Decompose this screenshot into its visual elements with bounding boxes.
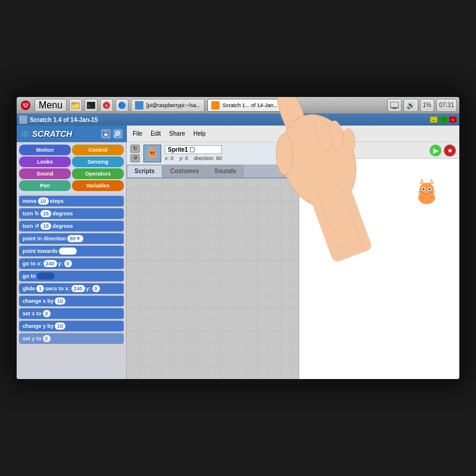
close-button[interactable]: × bbox=[449, 116, 457, 123]
svg-point-45 bbox=[422, 188, 425, 190]
rotate-btn1[interactable]: ↻ bbox=[130, 145, 140, 153]
scratch-titlebar: Scratch 1.4 of 14-Jan-15 – □ × bbox=[17, 114, 459, 126]
lock-icon bbox=[190, 147, 195, 152]
svg-marker-25 bbox=[153, 147, 155, 150]
block-point-towards[interactable]: point towards bbox=[19, 246, 124, 256]
sprite-thumbnail bbox=[143, 145, 161, 162]
display-icon-btn[interactable] bbox=[387, 99, 402, 112]
stage-ctrl-zoom-fit[interactable] bbox=[303, 145, 315, 156]
scratch-icon2[interactable] bbox=[113, 129, 123, 139]
scratch-icon1[interactable]: 💾 bbox=[101, 129, 111, 139]
battery-display: 1% bbox=[420, 99, 434, 112]
sprite-coords-display: x: 0 y: 0 drection: 90 bbox=[165, 155, 222, 161]
stage-ctrl-zoom-out[interactable] bbox=[317, 145, 329, 156]
window2-label: Scratch 1... of 14-Jan... bbox=[223, 102, 278, 108]
svg-marker-24 bbox=[149, 147, 152, 150]
taskbar-icon1[interactable]: ✕ bbox=[100, 99, 113, 112]
svg-text:✕: ✕ bbox=[105, 104, 108, 108]
svg-text:🌐: 🌐 bbox=[120, 102, 126, 108]
minimize-button[interactable]: – bbox=[430, 116, 438, 123]
taskbar-icon2[interactable]: 🌐 bbox=[115, 99, 129, 112]
maximize-button[interactable]: □ bbox=[439, 116, 447, 123]
tab-costumes[interactable]: Costumes bbox=[162, 165, 206, 177]
scratch-logo-text: SCRATCH bbox=[32, 129, 72, 139]
window2-button[interactable]: Scratch 1... of 14-Jan... bbox=[207, 99, 282, 112]
svg-point-20 bbox=[117, 133, 118, 134]
menu-file[interactable]: File bbox=[129, 129, 146, 139]
block-glide[interactable]: glide 1 secs to x: 240 y: 0 bbox=[19, 283, 124, 294]
svg-text:>_: >_ bbox=[88, 104, 93, 108]
scratch-tabs: Scripts Costumes Sounds bbox=[127, 165, 299, 178]
cat-looks[interactable]: Looks bbox=[19, 156, 71, 167]
scratch-blocks-area: move 10 steps turn ↻ 15 degrees turn ↺ 1… bbox=[17, 193, 126, 379]
menu-help[interactable]: Help bbox=[190, 129, 209, 139]
cat-motion[interactable]: Motion bbox=[19, 145, 71, 155]
stop-button[interactable]: ■ bbox=[444, 145, 456, 156]
svg-rect-28 bbox=[305, 148, 308, 150]
window1-button[interactable]: [pi@raspberrypi:~/sa... bbox=[131, 99, 205, 112]
svg-point-26 bbox=[151, 151, 152, 153]
block-move[interactable]: move 10 steps bbox=[19, 196, 124, 206]
block-set-x[interactable]: set x to 0 bbox=[19, 308, 124, 319]
block-goto-xy[interactable]: go to x: 240 y: 0 bbox=[19, 258, 124, 269]
cat-control[interactable]: Control bbox=[72, 145, 124, 155]
block-turn-cw[interactable]: turn ↻ 15 degrees bbox=[19, 208, 124, 219]
svg-point-46 bbox=[428, 188, 431, 190]
cat-operators[interactable]: Operators bbox=[72, 168, 124, 179]
svg-rect-13 bbox=[393, 108, 396, 109]
scratch-titlebar-icon bbox=[19, 115, 27, 124]
scratch-menubar: File Edit Share Help bbox=[127, 129, 212, 139]
block-turn-ccw[interactable]: turn ↺ 15 degrees bbox=[19, 221, 124, 231]
scratch-cat-sprite bbox=[412, 177, 441, 206]
tab-scripts[interactable]: Scripts bbox=[127, 165, 162, 177]
stage-area[interactable] bbox=[299, 159, 459, 379]
scratch-middle-panel: ↻ ↺ bbox=[127, 142, 299, 379]
monitor-screen: Menu >_ ✕ bbox=[17, 97, 459, 379]
rotate-btn2[interactable]: ↺ bbox=[130, 154, 140, 162]
svg-rect-31 bbox=[309, 151, 312, 154]
block-point-direction[interactable]: point in direction 90▼ bbox=[19, 233, 124, 244]
script-area[interactable] bbox=[127, 178, 299, 379]
taskbar: Menu >_ ✕ bbox=[17, 97, 459, 114]
svg-rect-29 bbox=[309, 148, 312, 150]
svg-rect-5 bbox=[71, 103, 75, 104]
menu-edit[interactable]: Edit bbox=[147, 129, 164, 139]
sprite-rotation-btns: ↻ ↺ bbox=[130, 145, 140, 162]
menu-label: Menu bbox=[39, 100, 62, 111]
scratch-window: Scratch 1.4 of 14-Jan-15 – □ × bbox=[17, 114, 459, 379]
scratch-logo-area: SCRATCH 💾 bbox=[17, 126, 127, 142]
scratch-categories: Motion Control Looks Sensing Sound Opera… bbox=[17, 142, 126, 193]
block-goto[interactable]: go to bbox=[19, 271, 124, 281]
block-change-y[interactable]: change y by 10 bbox=[19, 321, 124, 331]
menu-button[interactable]: Menu bbox=[35, 99, 67, 112]
svg-rect-30 bbox=[305, 151, 308, 154]
terminal-button[interactable]: >_ bbox=[84, 99, 98, 112]
scratch-window-title: Scratch 1.4 of 14-Jan-15 bbox=[30, 117, 98, 123]
volume-icon-btn[interactable]: 🔊 bbox=[403, 99, 418, 112]
svg-point-3 bbox=[27, 103, 29, 105]
block-partial[interactable]: set y to 0 bbox=[19, 333, 124, 344]
scratch-left-panel: Motion Control Looks Sensing Sound Opera… bbox=[17, 142, 127, 379]
cat-pen[interactable]: Pen bbox=[19, 180, 71, 191]
clock-display: 07:31 bbox=[436, 99, 457, 112]
scratch-right-panel: ▶ ■ bbox=[299, 142, 459, 379]
svg-rect-12 bbox=[390, 102, 399, 108]
block-change-x[interactable]: change x by 10 bbox=[19, 296, 124, 306]
window1-label: [pi@raspberrypi:~/sa... bbox=[146, 102, 201, 108]
cat-variables[interactable]: Variables bbox=[72, 180, 124, 191]
stage-controls: ▶ ■ bbox=[299, 142, 459, 159]
stage-ctrl-fullscreen[interactable] bbox=[331, 145, 343, 156]
svg-point-1 bbox=[23, 102, 29, 108]
scratch-globe-icon bbox=[20, 129, 30, 139]
cat-sensing[interactable]: Sensing bbox=[72, 156, 124, 167]
svg-point-38 bbox=[419, 183, 434, 197]
folder-button[interactable] bbox=[69, 99, 82, 112]
menu-share[interactable]: Share bbox=[165, 129, 189, 139]
svg-point-27 bbox=[153, 151, 155, 153]
tab-sounds[interactable]: Sounds bbox=[206, 165, 244, 177]
raspi-icon bbox=[20, 100, 31, 111]
cat-sound[interactable]: Sound bbox=[19, 168, 71, 179]
green-flag-button[interactable]: ▶ bbox=[430, 145, 441, 156]
monitor-outer: Menu >_ ✕ bbox=[12, 92, 464, 384]
sprite-info-bar: ↻ ↺ bbox=[127, 142, 299, 165]
